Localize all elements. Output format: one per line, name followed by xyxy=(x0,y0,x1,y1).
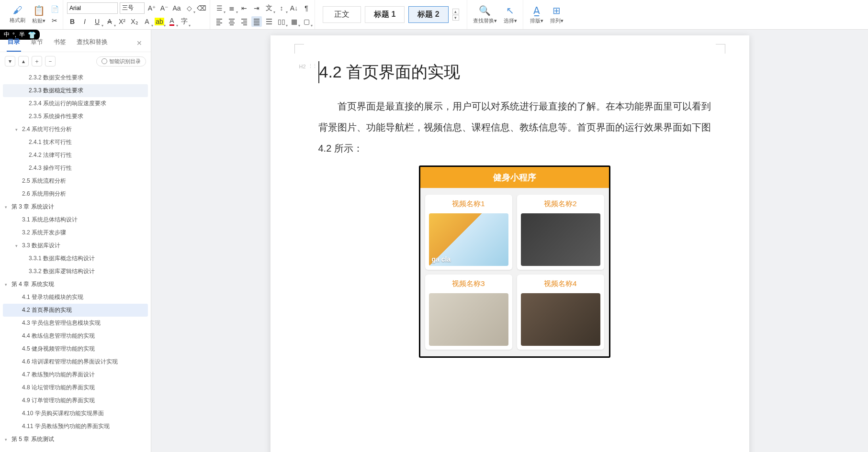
toc-item[interactable]: 4.9 订单管理功能的界面实现 xyxy=(3,394,148,407)
font-name-select[interactable] xyxy=(67,2,118,14)
heading-handle[interactable]: H2 ⋮⋮ xyxy=(299,63,316,69)
toc-item[interactable]: ▾第 3 章 系统设计 xyxy=(3,200,148,213)
underline-icon[interactable]: U xyxy=(92,16,102,27)
section-heading[interactable]: 4.2 首页界面的实现 xyxy=(318,61,711,83)
toc-item[interactable]: 2.4.1 技术可行性 xyxy=(3,136,148,149)
format-painter-button[interactable]: 🖌 格式刷 xyxy=(7,3,28,26)
increase-font-icon[interactable]: A⁺ xyxy=(147,3,157,13)
toc-list[interactable]: 2.3.2 数据安全性要求2.3.3 数据稳定性要求2.3.4 系统运行的响应速… xyxy=(0,70,151,452)
eraser-icon[interactable]: ⌫ xyxy=(196,3,207,13)
align-distribute-icon[interactable] xyxy=(264,16,274,27)
toc-item[interactable]: ▾3.3 数据库设计 xyxy=(3,239,148,252)
toc-item[interactable]: ▾第 4 章 系统实现 xyxy=(3,278,148,291)
toc-remove-icon[interactable]: － xyxy=(45,56,56,66)
sort-icon[interactable]: A↓ xyxy=(289,3,299,13)
tab-bookmark[interactable]: 书签 xyxy=(53,35,67,51)
toc-item[interactable]: 3.2 系统开发步骤 xyxy=(3,226,148,239)
toc-expand-icon[interactable]: ▾ xyxy=(5,56,15,66)
arrange-button[interactable]: ⊞ 排列▾ xyxy=(547,3,566,26)
change-case-icon[interactable]: Aa xyxy=(171,3,182,13)
toc-item[interactable]: 3.1 系统总体结构设计 xyxy=(3,213,148,226)
toc-item[interactable]: ▾2.4 系统可行性分析 xyxy=(3,123,148,136)
font-size-select[interactable] xyxy=(120,2,145,14)
find-replace-button[interactable]: 🔍 查找替换▾ xyxy=(470,3,500,26)
toc-item-label: 3.3.2 数据库逻辑结构设计 xyxy=(29,267,95,276)
tab-chapter[interactable]: 章节 xyxy=(30,35,44,51)
toc-item[interactable]: 2.4.2 法律可行性 xyxy=(3,149,148,162)
select-button[interactable]: ↖ 选择▾ xyxy=(501,3,520,26)
toc-item[interactable]: 3.3.1 数据库概念结构设计 xyxy=(3,252,148,265)
toc-item[interactable]: 2.3.2 数据安全性要求 xyxy=(3,71,148,84)
toc-item[interactable]: 2.6 系统用例分析 xyxy=(3,187,148,200)
toc-item[interactable]: 4.11 学员教练预约功能的界面实现 xyxy=(3,420,148,433)
align-justify-icon[interactable] xyxy=(251,16,262,27)
smart-detect-button[interactable]: 智能识别目录 xyxy=(96,56,146,66)
clear-format-icon[interactable]: ◇ xyxy=(184,3,194,13)
toc-item[interactable]: ▾第 5 章 系统测试 xyxy=(3,433,148,446)
toc-item[interactable]: 4.3 学员信息管理信息模块实现 xyxy=(3,317,148,330)
style-heading2[interactable]: 标题 2 xyxy=(408,6,448,23)
font-color-icon[interactable]: A xyxy=(167,16,177,27)
phonetic-icon[interactable]: 字 xyxy=(179,16,190,27)
toc-item[interactable]: 2.3.5 系统操作性要求 xyxy=(3,110,148,123)
toc-item[interactable]: 2.3.4 系统运行的响应速度要求 xyxy=(3,97,148,110)
toc-item[interactable]: 4.4 教练信息管理功能的实现 xyxy=(3,330,148,342)
align-center-icon[interactable] xyxy=(226,16,237,27)
section-paragraph[interactable]: 首页界面是最直接的展示，用户可以对系统进行最直接的了解。在本功能界面里可以看到背… xyxy=(318,96,711,159)
style-heading1[interactable]: 标题 1 xyxy=(365,6,405,23)
toc-item[interactable]: 4.8 论坛管理功能的界面实现 xyxy=(3,381,148,394)
tab-findreplace[interactable]: 查找和替换 xyxy=(76,35,109,51)
decrease-font-icon[interactable]: A⁻ xyxy=(159,3,169,13)
typeset-button[interactable]: A̲ 排版▾ xyxy=(527,3,546,26)
toc-item[interactable]: 2.4.3 操作可行性 xyxy=(3,162,148,175)
sidebar-tabs: 目录 章节 书签 查找和替换 ✕ xyxy=(0,30,151,52)
increase-indent-icon[interactable]: ⇥ xyxy=(251,3,262,13)
toc-add-icon[interactable]: ＋ xyxy=(32,56,42,66)
toc-item[interactable]: 4.7 教练预约功能的界面设计 xyxy=(3,368,148,381)
toc-item[interactable]: 4.5 健身视频管理功能的实现 xyxy=(3,342,148,355)
toc-item[interactable]: 4.10 学员购买课程功能实现界面 xyxy=(3,407,148,420)
toc-collapse-icon[interactable]: ▴ xyxy=(18,56,29,66)
chevron-down-icon[interactable]: ▾ xyxy=(5,205,10,209)
align-left-icon[interactable] xyxy=(214,16,225,27)
chevron-down-icon[interactable]: ▾ xyxy=(5,437,10,442)
shading-icon[interactable]: ▦ xyxy=(289,16,299,27)
toc-item[interactable]: 4.1 登录功能模块的实现 xyxy=(3,291,148,304)
toc-item[interactable]: 2.3.3 数据稳定性要求 xyxy=(3,84,148,97)
show-marks-icon[interactable]: ¶ xyxy=(301,3,312,13)
chevron-down-icon[interactable]: ▾ xyxy=(5,282,10,287)
style-prev-icon[interactable]: ▴ xyxy=(452,9,459,14)
superscript-icon[interactable]: X² xyxy=(117,16,127,27)
bold-icon[interactable]: B xyxy=(67,16,78,27)
subscript-icon[interactable]: X₂ xyxy=(129,16,140,27)
number-list-icon[interactable]: ≣ xyxy=(226,3,237,13)
style-normal[interactable]: 正文 xyxy=(323,6,361,23)
toc-item-label: 4.8 论坛管理功能的界面实现 xyxy=(22,384,95,392)
copy-icon[interactable]: 📄 xyxy=(49,4,60,14)
borders-icon[interactable]: ▢ xyxy=(301,16,312,27)
columns-icon[interactable]: ▯▯ xyxy=(276,16,287,27)
toc-item[interactable]: 3.3.2 数据库逻辑结构设计 xyxy=(3,265,148,278)
line-spacing-icon[interactable]: ↕ xyxy=(276,3,287,13)
paste-button[interactable]: 📋 粘贴▾ xyxy=(29,3,48,26)
document-viewport[interactable]: H2 ⋮⋮ 4.2 首页界面的实现 首页界面是最直接的展示，用户可以对系统进行最… xyxy=(151,30,868,452)
toc-item[interactable]: 4.2 首页界面的实现 xyxy=(3,304,148,317)
chevron-down-icon[interactable]: ▾ xyxy=(15,127,20,132)
strikethrough-icon[interactable]: A xyxy=(104,16,115,27)
toc-item[interactable]: 4.6 培训课程管理功能的界面设计实现 xyxy=(3,355,148,368)
highlight-icon[interactable]: ab xyxy=(154,16,165,27)
mockup-image xyxy=(521,293,600,346)
text-effect-icon[interactable]: A xyxy=(142,16,152,27)
decrease-indent-icon[interactable]: ⇤ xyxy=(239,3,249,13)
italic-icon[interactable]: I xyxy=(79,16,90,27)
bullet-list-icon[interactable]: ☰ xyxy=(214,3,225,13)
toc-item[interactable]: 2.5 系统流程分析 xyxy=(3,175,148,187)
cut-icon[interactable]: ✂ xyxy=(49,15,60,26)
style-next-icon[interactable]: ▾ xyxy=(452,15,459,21)
tab-toc[interactable]: 目录 xyxy=(7,34,21,52)
align-right-icon[interactable] xyxy=(239,16,249,27)
sidebar-close-icon[interactable]: ✕ xyxy=(135,37,144,49)
chevron-down-icon[interactable]: ▾ xyxy=(15,243,20,248)
typeset-icon: A̲ xyxy=(533,5,540,16)
text-direction-icon[interactable]: 文 xyxy=(264,3,274,13)
